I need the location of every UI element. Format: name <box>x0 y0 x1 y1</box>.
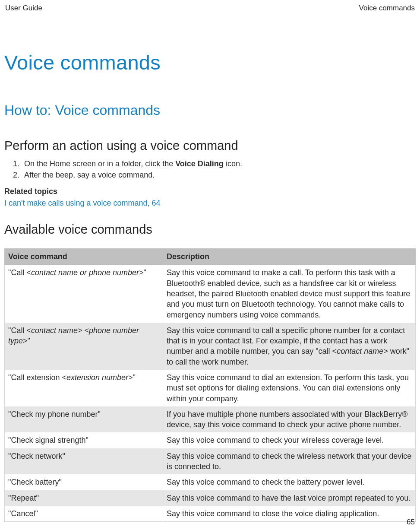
cmd-text: >" <box>128 373 136 382</box>
col-header-description: Description <box>163 249 416 265</box>
page-number: 65 <box>407 517 415 527</box>
table-row: "Repeat" Say this voice command to have … <box>5 490 416 506</box>
subsection-available-commands: Available voice commands <box>4 221 416 238</box>
table-row: "Call extension <extension number>" Say … <box>5 370 416 406</box>
table-row: "Check battery" Say this voice command t… <box>5 474 416 490</box>
cell-description: Say this voice command to close the voic… <box>163 506 416 522</box>
cell-description: Say this voice command to have the last … <box>163 490 416 506</box>
desc-placeholder: contact name <box>337 347 383 355</box>
cell-description: Say this voice command to check the wire… <box>163 448 416 475</box>
step-1-bold: Voice Dialing <box>175 159 224 168</box>
cell-command: "Call <contact name> <phone number type>… <box>5 323 163 370</box>
cmd-text: "Call < <box>8 268 31 277</box>
cmd-placeholder: contact name <box>31 326 78 335</box>
table-row: "Check signal strength" Say this voice c… <box>5 432 416 448</box>
cell-command: "Check my phone number" <box>5 406 163 433</box>
page-title: Voice commands <box>4 49 416 76</box>
step-2: After the beep, say a voice command. <box>22 170 416 180</box>
steps-list: On the Home screen or in a folder, click… <box>4 159 416 181</box>
table-row: "Check network" Say this voice command t… <box>5 448 416 475</box>
cell-command: "Call extension <extension number>" <box>5 370 163 406</box>
cell-description: Say this voice command to dial an extens… <box>163 370 416 406</box>
cell-command: "Check network" <box>5 448 163 475</box>
section-heading-howto: How to: Voice commands <box>4 101 416 120</box>
cell-command: "Cancel" <box>5 506 163 522</box>
related-topics-label: Related topics <box>4 186 416 197</box>
cell-command: "Call <contact name or phone number>" <box>5 265 163 323</box>
header-right: Voice commands <box>359 3 415 13</box>
cmd-text: "Call extension < <box>8 373 66 382</box>
table-row: "Call <contact name or phone number>" Sa… <box>5 265 416 323</box>
step-1-pre: On the Home screen or in a folder, click… <box>24 159 175 168</box>
subsection-perform-action: Perform an action using a voice command <box>4 137 416 154</box>
table-row: "Call <contact name> <phone number type>… <box>5 323 416 370</box>
table-row: "Check my phone number" If you have mult… <box>5 406 416 433</box>
cmd-text: >" <box>139 268 146 277</box>
cell-description: If you have multiple phone numbers assoc… <box>163 406 416 433</box>
step-1: On the Home screen or in a folder, click… <box>22 159 416 169</box>
cmd-placeholder: contact name or phone number <box>31 268 139 277</box>
cell-description: Say this voice command to make a call. T… <box>163 265 416 323</box>
related-link[interactable]: I can't make calls using a voice command… <box>4 198 161 208</box>
cell-command: "Check signal strength" <box>5 432 163 448</box>
cmd-text: > < <box>78 326 89 335</box>
cmd-placeholder: extension number <box>66 373 128 382</box>
table-row: "Cancel" Say this voice command to close… <box>5 506 416 522</box>
step-1-post: icon. <box>224 159 242 168</box>
cmd-text: >" <box>23 336 30 345</box>
page-header: User Guide Voice commands <box>4 3 416 13</box>
cell-description: Say this voice command to check your wir… <box>163 432 416 448</box>
cmd-text: "Call < <box>8 326 31 335</box>
cell-description: Say this voice command to check the batt… <box>163 474 416 490</box>
cell-command: "Repeat" <box>5 490 163 506</box>
col-header-command: Voice command <box>5 249 163 265</box>
cell-description: Say this voice command to call a specifi… <box>163 323 416 370</box>
voice-commands-table: Voice command Description "Call <contact… <box>4 248 416 522</box>
header-left: User Guide <box>5 3 42 13</box>
table-header-row: Voice command Description <box>5 249 416 265</box>
cell-command: "Check battery" <box>5 474 163 490</box>
